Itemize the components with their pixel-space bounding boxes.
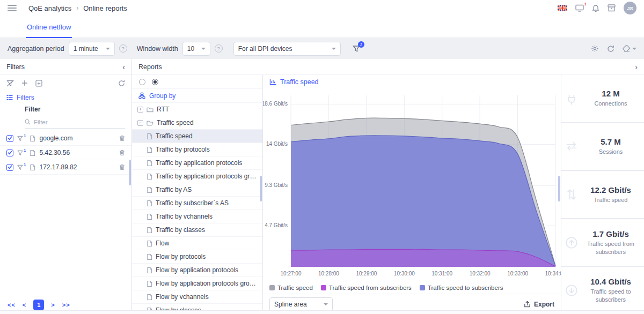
filters-section-header[interactable]: Filters (0, 91, 131, 104)
sitemap-icon (138, 92, 145, 99)
pagination-page-1[interactable]: 1 (33, 300, 44, 310)
report-mode-radio-1[interactable] (139, 79, 145, 85)
breadcrumb-separator: › (76, 4, 78, 12)
tree-label: Flow (156, 240, 169, 247)
collapse-panel-icon[interactable]: ‹ (122, 63, 125, 71)
tree-label: Traffic speed (156, 132, 193, 140)
chart-scrollbar[interactable] (558, 176, 560, 201)
tab-online-netflow[interactable]: Online netflow (26, 23, 72, 38)
dpi-devices-select[interactable]: For all DPI devices (233, 42, 341, 56)
tree-item-traffic-by-as[interactable]: Traffic by AS (132, 183, 262, 197)
filter-checkbox[interactable] (6, 164, 13, 171)
tree-item-traffic-by-application-protocols[interactable]: Traffic by application protocols (132, 156, 262, 170)
refresh-filters-icon[interactable] (118, 80, 125, 87)
messages-icon[interactable]: 1 (575, 4, 584, 12)
clear-icon[interactable] (623, 45, 636, 52)
add-filter-icon[interactable] (21, 80, 28, 86)
traffic-speed-chart[interactable]: 18.6 Gbit/s14 Gbit/s9.3 Gbit/s4.7 Gbit/s… (263, 89, 561, 282)
tree-item-flow-by-application-protocols-groups[interactable]: Flow by application protocols groups (132, 277, 262, 290)
notifications-bell-icon[interactable] (592, 4, 599, 12)
tree-item-flow[interactable]: Flow (132, 237, 262, 250)
delete-filter-icon[interactable] (119, 135, 125, 141)
tree-item-flow-by-protocols[interactable]: Flow by protocols (132, 250, 262, 264)
traffic-from-subscribers-icon (565, 236, 579, 250)
legend-item-traffic-speed-to-subscribers[interactable]: Traffic speed to subscribers (420, 285, 503, 291)
delete-filter-icon[interactable] (119, 149, 125, 156)
tree-item-flow-by-vchannels[interactable]: Flow by vchannels (132, 290, 262, 304)
svg-text:18.6 Gbit/s: 18.6 Gbit/s (263, 101, 288, 107)
filter-label: 172.17.89.82 (39, 163, 115, 171)
stat-text: 10.4 Gbit/sTraffic speed to subscribers (577, 277, 644, 304)
filter-label: google.com (39, 134, 115, 142)
tree-item-traffic-by-protocols[interactable]: Traffic by protocols (132, 143, 262, 156)
breadcrumb-root[interactable]: QoE analytics (28, 4, 71, 12)
tree-folder-traffic-speed[interactable]: −Traffic speed (132, 116, 262, 130)
filters-scrollbar[interactable] (129, 160, 131, 185)
user-avatar[interactable]: JS (624, 2, 636, 14)
legend-swatch (269, 285, 275, 290)
tree-item-traffic-speed[interactable]: Traffic speed (132, 130, 262, 143)
document-icon (147, 213, 152, 220)
tree-item-traffic-by-classes[interactable]: Traffic by classes (132, 223, 262, 237)
aggregation-period-select[interactable]: 1 minute (69, 42, 115, 56)
filter-row-5-42-30-56[interactable]: 15.42.30.56 (0, 146, 131, 160)
filter-row-google-com[interactable]: 1google.com (0, 131, 131, 146)
document-icon (147, 253, 152, 260)
collapse-icon[interactable]: − (137, 120, 143, 126)
group-by-button[interactable]: Group by (132, 89, 262, 103)
expand-panel-icon[interactable]: › (635, 63, 638, 71)
breadcrumb-current: Online reports (83, 4, 127, 12)
legend-item-traffic-speed[interactable]: Traffic speed (269, 285, 313, 291)
report-mode-radio-2[interactable] (152, 79, 158, 85)
document-icon (147, 200, 152, 207)
pagination-prev[interactable]: < (23, 302, 26, 308)
filter-funnel-icon[interactable]: 1 (17, 165, 26, 170)
pagination-next[interactable]: > (51, 302, 55, 308)
reports-area: Reports › Group by +RTT−Traffic speedTra… (132, 59, 644, 314)
tree-item-traffic-by-vchannels[interactable]: Traffic by vchannels (132, 210, 262, 223)
menu-icon[interactable] (8, 3, 17, 13)
tree-scrollbar[interactable] (260, 176, 262, 201)
export-button[interactable]: Export (524, 301, 554, 308)
window-width-help-icon[interactable]: ? (215, 44, 223, 53)
legend-item-traffic-speed-from-subscribers[interactable]: Traffic speed from subscribers (321, 285, 412, 291)
tree-item-traffic-by-subscriber-s-as[interactable]: Traffic by subscriber`s AS (132, 197, 262, 210)
aggregation-help-icon[interactable]: ? (119, 44, 127, 53)
export-icon (524, 301, 531, 308)
tree-folder-rtt[interactable]: +RTT (132, 103, 262, 116)
pagination-first[interactable]: << (8, 302, 16, 308)
document-icon (147, 133, 152, 140)
filter-checkbox[interactable] (6, 149, 13, 156)
chart-type-select[interactable]: Spline area (269, 297, 333, 311)
refresh-icon[interactable] (607, 45, 614, 53)
tree-label: Traffic by application protocols groups (156, 173, 257, 180)
tree-item-flow-by-application-protocols[interactable]: Flow by application protocols (132, 264, 262, 277)
filter-funnel-icon[interactable]: 1 (17, 136, 26, 141)
settings-gear-icon[interactable] (591, 44, 599, 53)
tree-item-traffic-by-application-protocols-groups[interactable]: Traffic by application protocols groups (132, 170, 262, 183)
stat-value: 12.2 Gbit/s (590, 185, 631, 195)
filter-search[interactable] (25, 116, 125, 129)
svg-text:10:31:00: 10:31:00 (431, 271, 452, 276)
aggregation-period-label: Aggregation period (8, 45, 64, 53)
pagination-last[interactable]: >> (62, 302, 70, 308)
messages-badge: 1 (584, 2, 587, 6)
folder-open-icon (147, 120, 153, 126)
filter-row-172-17-89-82[interactable]: 1172.17.89.82 (0, 160, 131, 175)
filter-count-badge: 1 (358, 41, 364, 48)
add-filter-group-icon[interactable] (35, 80, 42, 87)
delete-filter-icon[interactable] (119, 164, 125, 170)
horizontal-scrollbar[interactable] (0, 310, 644, 314)
stat-card-traffic-speed-to-subscribers: 10.4 Gbit/sTraffic speed to subscribers (561, 267, 644, 314)
language-flag-icon[interactable] (558, 5, 567, 11)
filter-checkbox[interactable] (6, 135, 13, 142)
window-width-select[interactable]: 10 (182, 42, 210, 56)
archive-icon[interactable] (608, 4, 616, 12)
toolbar-filter-icon[interactable]: 1 (353, 45, 360, 53)
clear-filters-icon[interactable] (6, 80, 14, 87)
filter-funnel-icon[interactable]: 1 (17, 150, 26, 156)
filter-search-input[interactable] (34, 119, 93, 125)
tree-label: Flow by vchannels (156, 293, 209, 301)
connections-icon (565, 92, 579, 106)
expand-icon[interactable]: + (137, 107, 143, 113)
